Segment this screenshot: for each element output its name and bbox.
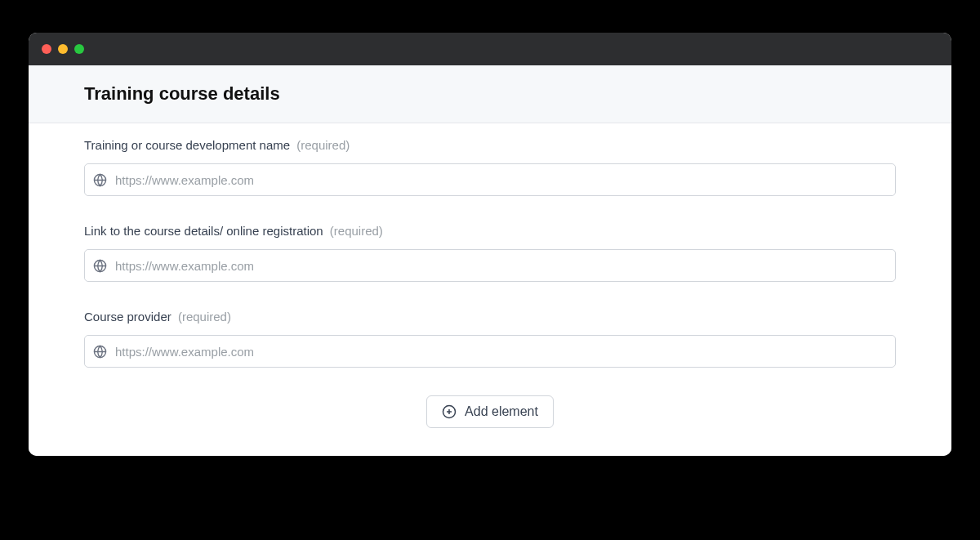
label-text: Training or course development name <box>84 138 290 152</box>
course-name-input[interactable] <box>115 173 887 187</box>
field-course-link: Link to the course details/ online regis… <box>84 224 896 282</box>
page-header: Training course details <box>29 65 951 123</box>
form-body: Training or course development name (req… <box>29 123 951 456</box>
field-label: Training or course development name (req… <box>84 138 896 152</box>
titlebar <box>29 33 951 65</box>
field-label: Link to the course details/ online regis… <box>84 224 896 238</box>
add-button-row: Add element <box>84 395 896 428</box>
required-indicator: (required) <box>296 138 350 152</box>
course-link-input[interactable] <box>115 259 887 273</box>
required-indicator: (required) <box>330 224 383 238</box>
field-course-name: Training or course development name (req… <box>84 138 896 196</box>
add-element-button[interactable]: Add element <box>426 395 554 428</box>
label-text: Link to the course details/ online regis… <box>84 224 323 238</box>
input-wrapper[interactable] <box>84 249 896 282</box>
globe-icon <box>93 345 107 359</box>
input-wrapper[interactable] <box>84 163 896 196</box>
globe-icon <box>93 259 107 273</box>
plus-circle-icon <box>442 404 457 419</box>
window: Training course details Training or cour… <box>29 33 951 456</box>
required-indicator: (required) <box>178 310 231 324</box>
maximize-icon[interactable] <box>74 44 84 54</box>
field-label: Course provider (required) <box>84 310 896 324</box>
minimize-icon[interactable] <box>58 44 68 54</box>
page-title: Training course details <box>84 83 896 105</box>
add-button-label: Add element <box>465 404 538 419</box>
close-icon[interactable] <box>42 44 51 54</box>
input-wrapper[interactable] <box>84 335 896 368</box>
field-course-provider: Course provider (required) <box>84 310 896 368</box>
label-text: Course provider <box>84 310 172 324</box>
course-provider-input[interactable] <box>115 345 887 359</box>
globe-icon <box>93 173 107 187</box>
